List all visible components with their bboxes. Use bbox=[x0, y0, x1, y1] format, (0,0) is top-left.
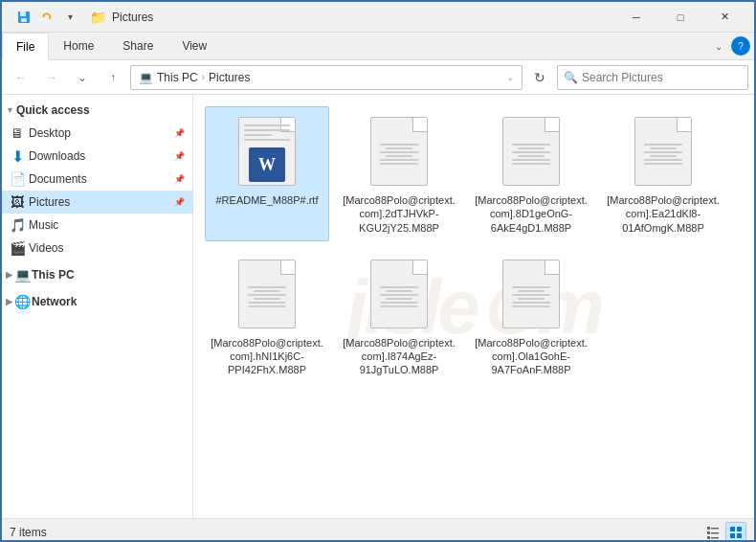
window-controls: ─ □ ✕ bbox=[614, 2, 746, 33]
svg-rect-2 bbox=[21, 18, 27, 22]
svg-rect-9 bbox=[711, 537, 719, 539]
tab-view[interactable]: View bbox=[167, 33, 221, 59]
documents-icon: 📄 bbox=[10, 171, 25, 187]
network-icon: 🌐 bbox=[14, 294, 30, 309]
search-input[interactable] bbox=[582, 71, 742, 84]
undo-icon[interactable] bbox=[36, 7, 57, 28]
list-item[interactable]: [Marco88Polo@criptext.com].Ola1GohE-9A7F… bbox=[469, 249, 593, 384]
sidebar: ▼ Quick access 🖥 Desktop 📌 ⬇ Downloads 📌… bbox=[2, 95, 193, 518]
tab-home[interactable]: Home bbox=[49, 33, 108, 59]
svg-rect-7 bbox=[711, 532, 719, 534]
desktop-icon: 🖥 bbox=[10, 125, 25, 141]
list-item[interactable]: W #README_M88P#.rtf bbox=[205, 106, 329, 241]
path-separator-1: › bbox=[202, 72, 205, 82]
sidebar-item-downloads-label: Downloads bbox=[29, 149, 168, 163]
quick-access-header[interactable]: ▼ Quick access bbox=[2, 99, 192, 122]
sidebar-item-documents-label: Documents bbox=[29, 172, 168, 186]
desktop-pin-icon: 📌 bbox=[174, 128, 185, 138]
file-name: [Marco88Polo@criptext.com].Ola1GohE-9A7F… bbox=[474, 336, 589, 377]
main-layout: ▼ Quick access 🖥 Desktop 📌 ⬇ Downloads 📌… bbox=[2, 95, 754, 518]
network-chevron: ▶ bbox=[6, 297, 12, 306]
thispc-header[interactable]: ▶ 💻 This PC bbox=[2, 263, 192, 286]
file-name: #README_M88P#.rtf bbox=[216, 193, 319, 207]
svg-rect-12 bbox=[730, 533, 735, 538]
minimize-button[interactable]: ─ bbox=[614, 2, 658, 33]
address-bar: ← → ⌄ ↑ 💻 This PC › Pictures ⌄ ↻ 🔍 bbox=[2, 60, 754, 95]
maximize-button[interactable]: □ bbox=[658, 2, 702, 33]
window-title: Pictures bbox=[112, 11, 153, 24]
up-button[interactable]: ↑ bbox=[100, 65, 126, 90]
svg-rect-5 bbox=[711, 528, 719, 530]
documents-pin-icon: 📌 bbox=[174, 174, 185, 184]
ribbon: File Home Share View ⌄ ? bbox=[2, 33, 754, 60]
large-icon-view-button[interactable] bbox=[725, 522, 746, 543]
generic-file-icon bbox=[497, 113, 566, 190]
quick-access-chevron: ▼ bbox=[6, 105, 14, 115]
sidebar-item-videos-label: Videos bbox=[29, 241, 185, 255]
path-pictures: Pictures bbox=[209, 71, 250, 84]
quick-access-label: Quick access bbox=[16, 103, 90, 117]
sidebar-item-pictures[interactable]: 🖼 Pictures 📌 bbox=[2, 191, 192, 214]
network-label: Network bbox=[32, 295, 77, 308]
files-grid: W #README_M88P#.rtf [Marco88Pol bbox=[201, 102, 746, 388]
svg-rect-1 bbox=[20, 11, 26, 16]
sidebar-item-desktop-label: Desktop bbox=[29, 126, 168, 140]
downloads-icon: ⬇ bbox=[10, 148, 25, 164]
list-item[interactable]: [Marco88Polo@criptext.com].8D1geOnG-6AkE… bbox=[469, 106, 593, 241]
list-item[interactable]: [Marco88Polo@criptext.com].I874AgEz-91Jg… bbox=[337, 249, 461, 384]
sidebar-item-downloads[interactable]: ⬇ Downloads 📌 bbox=[2, 145, 192, 168]
svg-rect-13 bbox=[737, 533, 742, 538]
svg-rect-8 bbox=[707, 536, 710, 539]
generic-file-icon bbox=[497, 256, 566, 332]
title-bar-left: ▾ 📁 Pictures bbox=[10, 7, 153, 28]
generic-file-icon bbox=[365, 256, 434, 332]
network-header[interactable]: ▶ 🌐 Network bbox=[2, 290, 192, 313]
ribbon-collapse-button[interactable]: ⌄ bbox=[708, 35, 729, 56]
title-bar: ▾ 📁 Pictures ─ □ ✕ bbox=[2, 2, 754, 33]
quick-save-icon[interactable] bbox=[13, 7, 34, 28]
item-count: 7 items bbox=[10, 526, 47, 539]
file-name: [Marco88Polo@criptext.com].2dTJHVkP-KGU2… bbox=[342, 193, 456, 235]
list-item[interactable]: [Marco88Polo@criptext.com].Ea21dKl8-01Af… bbox=[601, 106, 725, 241]
file-name: [Marco88Polo@criptext.com].I874AgEz-91Jg… bbox=[342, 336, 456, 377]
back-button[interactable]: ← bbox=[8, 65, 34, 90]
search-box[interactable]: 🔍 bbox=[557, 65, 748, 90]
sidebar-item-desktop[interactable]: 🖥 Desktop 📌 bbox=[2, 122, 192, 145]
path-icon: 💻 bbox=[139, 71, 153, 84]
svg-rect-4 bbox=[707, 527, 710, 530]
list-view-button[interactable] bbox=[702, 522, 723, 543]
list-item[interactable]: [Marco88Polo@criptext.com].hNI1Kj6C-PPI4… bbox=[205, 249, 329, 384]
list-item[interactable]: [Marco88Polo@criptext.com].2dTJHVkP-KGU2… bbox=[337, 106, 461, 241]
pictures-icon: 🖼 bbox=[10, 194, 25, 210]
help-button[interactable]: ? bbox=[731, 36, 750, 56]
tab-file[interactable]: File bbox=[2, 33, 49, 60]
generic-file-icon bbox=[629, 113, 698, 190]
refresh-button[interactable]: ↻ bbox=[526, 65, 553, 90]
ribbon-tabs: File Home Share View ⌄ ? bbox=[2, 33, 754, 59]
status-bar: 7 items bbox=[2, 518, 754, 542]
path-dropdown-icon[interactable]: ⌄ bbox=[506, 72, 514, 82]
downloads-pin-icon: 📌 bbox=[174, 151, 185, 161]
address-path[interactable]: 💻 This PC › Pictures ⌄ bbox=[130, 65, 523, 90]
tab-share[interactable]: Share bbox=[108, 33, 167, 59]
videos-icon: 🎬 bbox=[10, 240, 25, 256]
path-thispc: This PC bbox=[157, 71, 198, 84]
generic-file-icon bbox=[365, 113, 434, 190]
sidebar-item-videos[interactable]: 🎬 Videos bbox=[2, 237, 192, 260]
quick-access-bar: ▾ bbox=[10, 7, 84, 28]
properties-icon[interactable]: ▾ bbox=[59, 7, 80, 28]
music-icon: 🎵 bbox=[10, 217, 25, 233]
dropdown-button[interactable]: ⌄ bbox=[69, 65, 96, 90]
svg-rect-11 bbox=[737, 527, 742, 531]
word-file-icon: W bbox=[233, 113, 301, 190]
file-name: [Marco88Polo@criptext.com].hNI1Kj6C-PPI4… bbox=[210, 336, 324, 377]
thispc-chevron: ▶ bbox=[6, 270, 12, 280]
thispc-icon: 💻 bbox=[14, 267, 30, 282]
sidebar-item-documents[interactable]: 📄 Documents 📌 bbox=[2, 168, 192, 191]
close-button[interactable]: ✕ bbox=[702, 2, 746, 33]
forward-button[interactable]: → bbox=[38, 65, 65, 90]
sidebar-item-music[interactable]: 🎵 Music bbox=[2, 214, 192, 237]
sidebar-item-pictures-label: Pictures bbox=[29, 195, 168, 209]
svg-rect-10 bbox=[730, 527, 735, 531]
file-name: [Marco88Polo@criptext.com].8D1geOnG-6AkE… bbox=[474, 193, 589, 235]
